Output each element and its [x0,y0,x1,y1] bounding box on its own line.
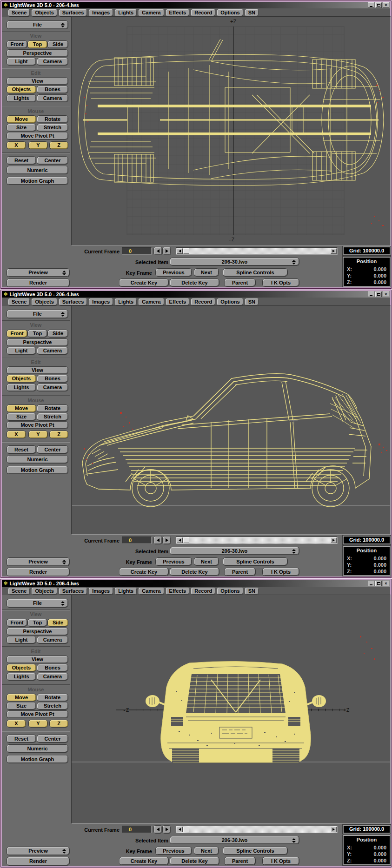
numeric-button[interactable]: Numeric [7,166,68,174]
ik-opts-button[interactable]: I K Opts [263,857,299,865]
edit-lights-button[interactable]: Lights [7,384,36,391]
maximize-button[interactable] [375,2,382,8]
scrollbar-thumb[interactable] [183,537,189,543]
menu-camera[interactable]: Camera [139,9,164,16]
frame-scrollbar[interactable] [176,537,338,544]
menu-lights[interactable]: Lights [115,588,137,595]
menu-lights[interactable]: Lights [115,298,137,305]
menu-sn[interactable]: SN [245,588,259,595]
reset-button[interactable]: Reset [7,446,36,453]
mouse-size-button[interactable]: Size [7,413,36,420]
menu-camera[interactable]: Camera [139,588,164,595]
current-frame-input[interactable]: 0 [122,247,152,255]
title-bar[interactable]: ✻ LightWave 3D 5.0 - 206-4.lws × [2,580,390,587]
mouse-size-button[interactable]: Size [7,124,36,131]
maximize-button[interactable] [375,292,382,297]
center-button[interactable]: Center [37,157,68,164]
menu-images[interactable]: Images [89,588,113,595]
menu-sn[interactable]: SN [245,298,259,305]
reset-button[interactable]: Reset [7,157,36,164]
preview-dropdown[interactable]: Preview [7,847,69,855]
menu-surfaces[interactable]: Surfaces [59,298,87,305]
menu-sn[interactable]: SN [245,9,259,16]
motion-graph-button[interactable]: Motion Graph [7,755,68,763]
edit-view-button[interactable]: View [7,78,68,85]
viewport-canvas[interactable] [72,17,390,245]
menu-lights[interactable]: Lights [115,9,137,16]
mouse-rotate-button[interactable]: Rotate [37,116,68,123]
mouse-rotate-button[interactable]: Rotate [37,694,68,701]
spline-controls-button[interactable]: Spline Controls [223,847,287,855]
edit-bones-button[interactable]: Bones [37,86,68,93]
previous-key-button[interactable]: Previous [156,847,192,855]
close-button[interactable]: × [383,581,389,586]
edit-camera-button[interactable]: Camera [37,384,68,391]
maximize-button[interactable] [375,581,382,586]
viewport-side-view[interactable]: -Z +Z [71,595,391,824]
current-frame-input[interactable]: 0 [122,537,152,544]
mouse-stretch-button[interactable]: Stretch [37,124,68,131]
view-front-button[interactable]: Front [7,330,27,337]
view-camera-button[interactable]: Camera [37,636,68,643]
menu-options[interactable]: Options [217,588,243,595]
mouse-size-button[interactable]: Size [7,702,36,709]
menu-scene[interactable]: Scene [8,298,30,305]
render-button[interactable]: Render [7,279,69,287]
axis-y-button[interactable]: Y [29,720,47,727]
next-key-button[interactable]: Next [194,847,219,855]
edit-camera-button[interactable]: Camera [37,95,68,102]
menu-objects[interactable]: Objects [32,9,57,16]
scrollbar-right-arrow[interactable] [331,827,337,832]
view-top-button[interactable]: Top [28,619,47,626]
axis-z-button[interactable]: Z [50,431,68,438]
scrollbar-left-arrow[interactable] [177,537,183,543]
delete-key-button[interactable]: Delete Key [170,279,219,286]
view-front-button[interactable]: Front [7,619,27,626]
edit-camera-button[interactable]: Camera [37,673,68,680]
frame-scrollbar[interactable] [176,247,338,255]
scrollbar-thumb[interactable] [183,248,189,254]
menu-options[interactable]: Options [217,9,243,16]
minimize-button[interactable] [368,292,374,297]
view-camera-button[interactable]: Camera [37,58,68,65]
minimize-button[interactable] [368,2,374,8]
view-front-button[interactable]: Front [7,41,27,48]
file-menu-dropdown[interactable]: File [7,21,68,29]
edit-view-button[interactable]: View [7,367,68,374]
menu-effects[interactable]: Effects [166,588,190,595]
menu-scene[interactable]: Scene [8,588,30,595]
mouse-move-button[interactable]: Move [7,694,36,701]
menu-camera[interactable]: Camera [139,298,164,305]
view-perspective-button[interactable]: Perspective [7,50,68,57]
edit-lights-button[interactable]: Lights [7,673,36,680]
view-top-button[interactable]: Top [28,330,47,337]
axis-z-button[interactable]: Z [50,720,68,727]
frame-step-forward-button[interactable] [163,247,171,255]
view-camera-button[interactable]: Camera [37,347,68,354]
motion-graph-button[interactable]: Motion Graph [7,177,68,185]
move-pivot-button[interactable]: Move Pivot Pt [7,133,68,139]
scrollbar-left-arrow[interactable] [177,248,183,254]
menu-surfaces[interactable]: Surfaces [59,9,87,16]
title-bar[interactable]: ✻ LightWave 3D 5.0 - 206-4.lws × [2,291,390,298]
close-button[interactable]: × [383,2,389,8]
viewport-top-view[interactable]: +Z -Z [71,16,391,245]
view-light-button[interactable]: Light [7,58,36,65]
scrollbar-right-arrow[interactable] [331,537,337,543]
axis-y-button[interactable]: Y [29,431,47,438]
parent-button[interactable]: Parent [225,279,255,286]
view-perspective-button[interactable]: Perspective [7,628,68,635]
motion-graph-button[interactable]: Motion Graph [7,466,68,474]
view-side-button[interactable]: Side [48,41,68,48]
next-key-button[interactable]: Next [194,269,219,276]
render-button[interactable]: Render [7,857,69,865]
edit-objects-button[interactable]: Objects [7,664,36,671]
frame-step-back-button[interactable] [154,247,162,255]
frame-step-forward-button[interactable] [163,826,171,833]
file-menu-dropdown[interactable]: File [7,310,68,318]
edit-objects-button[interactable]: Objects [7,86,36,93]
spline-controls-button[interactable]: Spline Controls [223,269,287,276]
mouse-stretch-button[interactable]: Stretch [37,702,68,709]
menu-effects[interactable]: Effects [166,9,190,16]
mouse-rotate-button[interactable]: Rotate [37,405,68,412]
